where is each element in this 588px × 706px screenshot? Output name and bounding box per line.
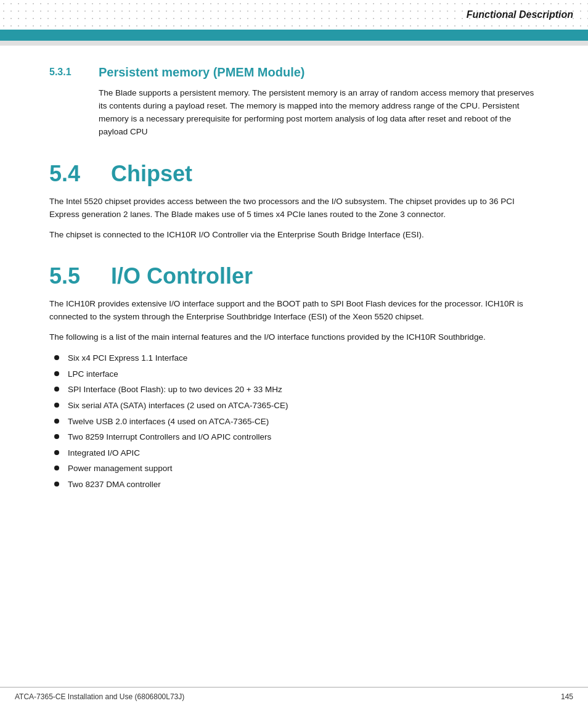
section-54-title: Chipset xyxy=(111,161,192,187)
bullet-item: Two 8237 DMA controller xyxy=(54,478,539,491)
bullet-item: Integrated I/O APIC xyxy=(54,446,539,460)
bullet-item: Two 8259 Interrupt Controllers and I/O A… xyxy=(54,430,539,444)
bullet-text: Twelve USB 2.0 interfaces (4 used on ATC… xyxy=(68,415,269,429)
section-55-title: I/O Controller xyxy=(111,263,253,289)
bullet-dot-icon xyxy=(54,482,59,486)
bullet-text: Two 8259 Interrupt Controllers and I/O A… xyxy=(68,430,271,444)
section-55-para1: The ICH10R provides extensive I/O interf… xyxy=(49,298,539,324)
bullet-item: Twelve USB 2.0 interfaces (4 used on ATC… xyxy=(54,415,539,429)
section-54-para1: The Intel 5520 chipset provides access b… xyxy=(49,195,539,221)
bullet-item: Power management support xyxy=(54,462,539,475)
bullet-text: LPC interface xyxy=(68,367,118,381)
section-531-num: 5.3.1 xyxy=(49,65,99,139)
footer: ATCA-7365-CE Installation and Use (68068… xyxy=(0,687,588,706)
bullet-text: SPI Interface (Boot Flash): up to two de… xyxy=(68,383,282,396)
section-54: 5.4 Chipset The Intel 5520 chipset provi… xyxy=(49,161,539,242)
page-title: Functional Description xyxy=(467,9,573,20)
section-531-content: Persistent memory (PMEM Module) The Blad… xyxy=(99,65,539,139)
section-55-para2: The following is a list of the main inte… xyxy=(49,331,539,344)
section-55-paragraphs: The ICH10R provides extensive I/O interf… xyxy=(49,298,539,344)
bullet-item: Six serial ATA (SATA) interfaces (2 used… xyxy=(54,399,539,413)
bullet-dot-icon xyxy=(54,355,59,360)
footer-right: 145 xyxy=(561,692,573,701)
sub-divider-bar xyxy=(0,41,588,46)
bullet-dot-icon xyxy=(54,466,59,470)
bullet-text: Six serial ATA (SATA) interfaces (2 used… xyxy=(68,399,288,413)
section-54-para2: The chipset is connected to the ICH10R I… xyxy=(49,229,539,242)
bullet-dot-icon xyxy=(54,371,59,376)
bullet-dot-icon xyxy=(54,419,59,424)
teal-divider-bar xyxy=(0,30,588,41)
section-531-body: The Blade supports a persistent memory. … xyxy=(99,87,539,139)
section-55-num: 5.5 xyxy=(49,263,111,289)
bullet-text: Integrated I/O APIC xyxy=(68,446,140,460)
bullet-dot-icon xyxy=(54,450,59,455)
header-title-bar: Functional Description xyxy=(467,0,588,30)
bullet-text: Power management support xyxy=(68,462,173,475)
header-top: Functional Description xyxy=(0,0,588,30)
bullet-text: Two 8237 DMA controller xyxy=(68,478,161,491)
section-55-bullet-list: Six x4 PCI Express 1.1 InterfaceLPC inte… xyxy=(49,351,539,491)
bullet-item: Six x4 PCI Express 1.1 Interface xyxy=(54,351,539,365)
section-54-header: 5.4 Chipset xyxy=(49,161,539,187)
section-54-paragraphs: The Intel 5520 chipset provides access b… xyxy=(49,195,539,242)
footer-left: ATCA-7365-CE Installation and Use (68068… xyxy=(15,692,184,701)
bullet-dot-icon xyxy=(54,387,59,392)
bullet-item: LPC interface xyxy=(54,367,539,381)
bullet-dot-icon xyxy=(54,434,59,439)
bullet-item: SPI Interface (Boot Flash): up to two de… xyxy=(54,383,539,396)
bullet-dot-icon xyxy=(54,403,59,408)
section-55-header: 5.5 I/O Controller xyxy=(49,263,539,289)
section-54-num: 5.4 xyxy=(49,161,111,187)
section-531: 5.3.1 Persistent memory (PMEM Module) Th… xyxy=(49,65,539,139)
section-531-title: Persistent memory (PMEM Module) xyxy=(99,65,539,80)
bullet-text: Six x4 PCI Express 1.1 Interface xyxy=(68,351,187,365)
main-content: 5.3.1 Persistent memory (PMEM Module) Th… xyxy=(0,46,588,538)
section-55: 5.5 I/O Controller The ICH10R provides e… xyxy=(49,263,539,491)
